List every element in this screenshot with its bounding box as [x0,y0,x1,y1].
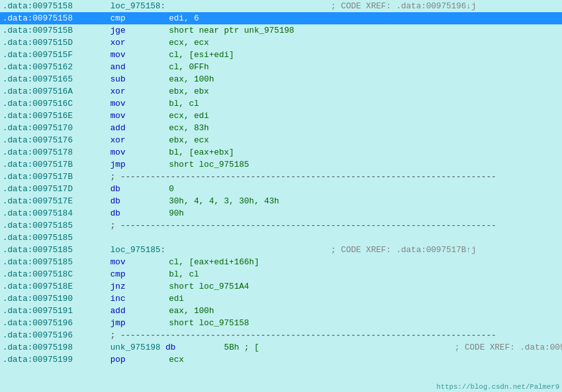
separator: ; --------------------------------------… [105,221,496,230]
code-line[interactable]: .data:00975196 ; -----------------------… [0,329,562,341]
operand: ebx, ebx [144,87,209,96]
mnemonic: and [105,62,144,72]
code-line[interactable]: .data:0097516A xor ebx, ebx [0,85,562,98]
mnemonic: mov [105,148,144,157]
mnemonic: xor [105,38,144,47]
code-line[interactable]: .data:00975178 mov bl, [eax+ebx] [0,146,562,158]
code-line[interactable]: .data:00975185 ; -----------------------… [0,219,562,232]
code-line[interactable]: .data:00975199 pop ecx [0,354,562,366]
operand: edi [144,294,184,303]
mnemonic: sub [105,74,144,84]
code-line[interactable]: .data:0097515B jge short near ptr unk_97… [0,24,562,37]
address: .data:00975198 [3,343,105,352]
operand: ecx [144,355,184,364]
address: .data:0097515D [3,38,105,47]
operand: short loc_975185 [144,160,249,169]
address: .data:00975165 [3,74,105,84]
code-line[interactable]: .data:0097518E jnz short loc_9751A4 [0,280,562,293]
address: .data:00975185 [3,245,105,255]
address: .data:0097515F [3,50,105,60]
address: .data:00975185 [3,233,105,243]
code-line[interactable]: .data:00975185 [0,232,562,244]
mnemonic: add [105,306,144,316]
code-line[interactable]: .data:0097515F mov cl, [esi+edi] [0,49,562,61]
address: .data:0097518E [3,282,105,291]
operand: bl, [eax+ebx] [144,148,234,157]
mnemonic: cmp [105,269,144,279]
comment: ; CODE XREF: .data:0097517B↑j [171,245,477,255]
code-line[interactable]: .data:00975170 add ecx, 83h [0,122,562,134]
mnemonic: jnz [105,282,144,291]
mnemonic: inc [105,294,144,303]
address: .data:0097515B [3,26,105,35]
code-line[interactable]: .data:00975176 xor ebx, ecx [0,134,562,146]
db-value: 30h, 4, 4, 3, 30h, 43h [144,196,279,206]
code-line[interactable]: .data:00975162 and cl, 0FFh [0,61,562,73]
address: .data:0097516E [3,111,105,121]
address: .data:00975191 [3,306,105,316]
address: .data:00975162 [3,62,105,72]
code-line[interactable]: .data:0097517E db 30h, 4, 4, 3, 30h, 43h [0,195,562,207]
mnemonic: add [105,123,144,133]
code-line[interactable]: .data:0097517D db 0 [0,183,562,195]
mnemonic: db [161,343,199,352]
separator: ; --------------------------------------… [105,172,496,182]
code-line[interactable]: .data:00975165 sub eax, 100h [0,73,562,85]
operand: cl, 0FFh [144,62,209,72]
mnemonic: db [105,209,144,218]
mnemonic: db [105,184,144,194]
label: unk_975198 [105,343,161,352]
operand: eax, 100h [144,74,214,84]
code-line[interactable]: .data:0097517B jmp short loc_975185 [0,158,562,171]
operand: cl, [esi+edi] [144,50,234,60]
code-line[interactable]: .data:0097516C mov bl, cl [0,98,562,110]
code-line[interactable]: .data:00975185 loc_975185: ; CODE XREF: … [0,244,562,256]
address: .data:0097517E [3,196,105,206]
mnemonic: mov [105,50,144,60]
mnemonic: xor [105,87,144,96]
separator: ; --------------------------------------… [105,330,496,340]
code-line[interactable]: .data:0097516E mov ecx, edi [0,110,562,122]
code-line[interactable]: .data:0097518C cmp bl, cl [0,268,562,280]
db-value: 90h [144,209,184,218]
mnemonic: jmp [105,160,144,169]
mnemonic: mov [105,257,144,267]
address: .data:00975196 [3,318,105,328]
address: .data:00975196 [3,330,105,340]
address: .data:0097516A [3,87,105,96]
mnemonic: mov [105,99,144,108]
code-line[interactable]: .data:00975184 db 90h [0,207,562,219]
operand: short loc_9751A4 [144,282,249,291]
code-line[interactable]: .data:00975191 add eax, 100h [0,305,562,317]
code-line[interactable]: .data:00975185 mov cl, [eax+edi+166h] [0,256,562,268]
code-line[interactable]: .data:0097515D xor ecx, ecx [0,37,562,49]
mnemonic: xor [105,135,144,145]
watermark-text: https://blog.csdn.net/Palmer9 [437,383,559,391]
mnemonic: jge [105,26,144,35]
code-line[interactable]: .data:00975198 unk_975198 db 5Bh ; [ ; C… [0,341,562,354]
address: .data:00975185 [3,257,105,267]
operand: edi, 6 [144,13,199,23]
address: .data:0097517B [3,172,105,182]
operand: ecx, ecx [144,38,209,47]
mnemonic: db [105,196,144,206]
code-line[interactable]: .data:00975190 inc edi [0,293,562,305]
code-line[interactable]: .data:00975196 jmp short loc_975158 [0,317,562,329]
address: .data:00975190 [3,294,105,303]
address: .data:00975170 [3,123,105,133]
code-line[interactable]: .data:0097517B ; -----------------------… [0,171,562,183]
address: .data:00975178 [3,148,105,157]
mnemonic: jmp [105,318,144,328]
code-line[interactable]: .data:00975158 loc_975158: ; CODE XREF: … [0,0,562,12]
db-value: 0 [144,184,174,194]
address: .data:0097516C [3,99,105,108]
address: .data:0097517B [3,160,105,169]
label: loc_975158: [105,1,166,11]
mnemonic: pop [105,355,144,364]
label: loc_975185: [105,245,166,255]
code-line[interactable]: .data:00975158 cmp edi, 6 [0,12,562,24]
comment: ; CODE XREF: .data:00975196↓j [171,1,477,11]
operand: bl, cl [144,99,199,108]
operand: ecx, edi [144,111,209,121]
address: .data:00975184 [3,209,105,218]
